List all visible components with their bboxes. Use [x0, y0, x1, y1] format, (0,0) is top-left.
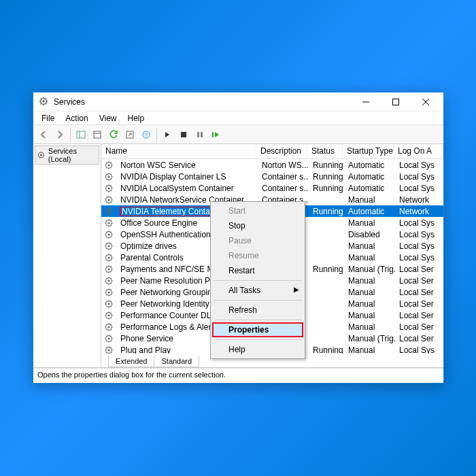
gear-icon	[104, 299, 114, 309]
cell-description: Container s...	[258, 184, 309, 193]
gear-icon	[104, 322, 114, 332]
svg-point-36	[107, 256, 109, 258]
cell-startup: Manual	[344, 241, 395, 251]
cm-stop[interactable]: Stop	[212, 218, 303, 233]
col-status[interactable]: Status	[307, 144, 343, 158]
tree-root-services-local[interactable]: Services (Local)	[35, 146, 99, 165]
cell-startup: Manual	[344, 288, 395, 297]
menu-view[interactable]: View	[94, 112, 122, 124]
menu-action[interactable]: Action	[60, 112, 93, 124]
properties-toolbar-button[interactable]	[90, 127, 105, 142]
service-row[interactable]: Norton WSC ServiceNorton WS...RunningAut…	[101, 159, 443, 171]
gear-icon	[104, 334, 114, 343]
svg-point-44	[107, 303, 109, 305]
cm-all-tasks-label: All Tasks	[228, 286, 260, 295]
show-hide-button[interactable]	[73, 127, 88, 142]
col-log-on-as[interactable]: Log On A	[394, 144, 443, 158]
menu-file[interactable]: File	[36, 112, 60, 124]
cell-logon: Local Sys	[395, 345, 443, 354]
tree-root-label: Services (Local)	[48, 147, 97, 163]
cm-restart[interactable]: Restart	[212, 263, 303, 278]
svg-rect-3	[393, 99, 399, 105]
gear-icon	[104, 172, 114, 182]
tree-pane: Services (Local)	[33, 144, 101, 367]
maximize-button[interactable]	[381, 92, 411, 112]
svg-point-26	[107, 199, 109, 201]
cell-startup: Manual	[344, 195, 395, 205]
statusbar: Opens the properties dialog box for the …	[33, 368, 443, 383]
cell-startup: Manual	[344, 218, 395, 228]
svg-point-50	[107, 337, 109, 339]
titlebar: Services	[33, 92, 443, 112]
cm-refresh[interactable]: Refresh	[212, 303, 303, 318]
back-button[interactable]	[36, 127, 51, 142]
svg-point-48	[107, 326, 109, 328]
cell-logon: Local Sys	[395, 184, 443, 193]
cell-startup: Automatic	[344, 160, 395, 170]
start-service-button[interactable]	[160, 127, 175, 142]
submenu-arrow-icon: ▶	[294, 286, 299, 293]
cm-start[interactable]: Start	[212, 203, 303, 218]
refresh-button[interactable]	[106, 127, 121, 142]
help-toolbar-button[interactable]: ?	[139, 127, 154, 142]
svg-text:?: ?	[145, 132, 148, 138]
cell-startup: Automatic	[344, 184, 395, 193]
svg-point-1	[42, 100, 45, 103]
cm-resume[interactable]: Resume	[212, 248, 303, 263]
cell-logon: Network	[395, 195, 443, 205]
cell-logon: Local Sys	[395, 218, 443, 228]
cell-status: Running	[309, 345, 344, 354]
svg-point-38	[107, 268, 109, 270]
cell-logon: Local Ser	[395, 311, 443, 320]
svg-point-30	[107, 222, 109, 224]
tab-extended[interactable]: Extended	[108, 356, 154, 367]
cm-properties[interactable]: Properties	[212, 322, 303, 337]
cell-logon: Local Ser	[395, 334, 443, 343]
col-description[interactable]: Description	[256, 144, 307, 158]
svg-rect-16	[212, 132, 214, 137]
cm-help[interactable]: Help	[212, 342, 303, 357]
cell-startup: Manual (Trig...	[344, 334, 395, 343]
cell-logon: Local Sys	[395, 172, 443, 182]
minimize-button[interactable]	[351, 92, 381, 112]
service-row[interactable]: NVIDIA LocalSystem ContainerContainer s.…	[101, 182, 443, 194]
cell-description: Norton WS...	[258, 160, 309, 170]
cell-startup: Automatic	[344, 207, 395, 216]
cell-logon: Local Sys	[395, 241, 443, 251]
cell-startup: Manual	[344, 345, 395, 354]
svg-point-28	[107, 210, 109, 212]
separator	[214, 339, 302, 340]
cell-startup: Manual	[344, 253, 395, 262]
separator	[214, 280, 302, 281]
cell-startup: Manual	[344, 299, 395, 309]
menu-help[interactable]: Help	[122, 112, 150, 124]
toolbar: ?	[33, 125, 443, 144]
stop-service-button[interactable]	[176, 127, 191, 142]
separator	[214, 320, 302, 320]
cm-all-tasks[interactable]: All Tasks▶	[212, 283, 303, 298]
cell-logon: Local Sys	[395, 160, 443, 170]
cell-startup: Manual	[344, 322, 395, 332]
gear-icon	[104, 276, 114, 286]
svg-rect-8	[94, 131, 101, 138]
cell-description: Container s...	[258, 172, 309, 182]
tab-standard[interactable]: Standard	[154, 356, 199, 367]
pause-service-button[interactable]	[192, 127, 207, 142]
svg-point-22	[107, 175, 109, 177]
svg-point-24	[107, 187, 109, 189]
restart-service-button[interactable]	[209, 127, 224, 142]
cell-name: NVIDIA LocalSystem Container	[116, 184, 258, 193]
col-startup-type[interactable]: Startup Type	[343, 144, 394, 158]
cm-pause[interactable]: Pause	[212, 233, 303, 248]
gear-icon	[104, 241, 114, 251]
forward-button[interactable]	[52, 127, 67, 142]
cell-status: Running	[309, 184, 344, 193]
cell-startup: Manual	[344, 311, 395, 320]
gear-icon	[37, 150, 46, 160]
cell-logon: Local Ser	[395, 288, 443, 297]
service-row[interactable]: NVIDIA Display Container LSContainer s..…	[101, 171, 443, 182]
export-button[interactable]	[122, 127, 137, 142]
col-name[interactable]: Name	[101, 144, 256, 158]
close-button[interactable]	[411, 92, 441, 112]
svg-rect-6	[77, 131, 85, 138]
